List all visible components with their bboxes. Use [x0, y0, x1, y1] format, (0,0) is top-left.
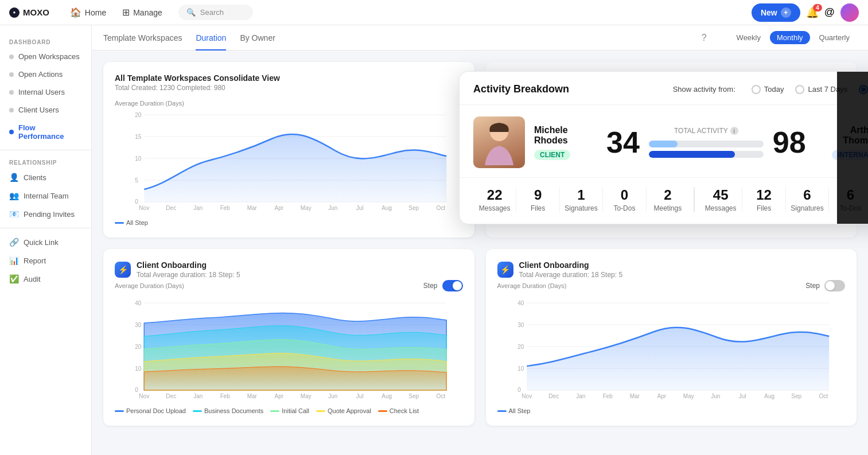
relationship-section-label: RELATIONSHIP [0, 155, 91, 168]
svg-text:Dec: Dec [548, 393, 559, 399]
progress-bar-internal [649, 151, 764, 158]
step-label: Step [423, 282, 438, 290]
svg-text:Nov: Nov [139, 393, 149, 399]
manage-link[interactable]: ⊞ Manage [115, 3, 169, 21]
dark-overlay [837, 72, 868, 224]
stat-label-files-left: Files [516, 204, 559, 212]
progress-fill-internal [649, 151, 735, 158]
legend-all-step: All Step [115, 219, 148, 226]
pending-invites-icon: 📧 [9, 209, 19, 219]
new-button[interactable]: New + [752, 3, 800, 22]
svg-text:Aug: Aug [764, 393, 774, 399]
card-subtitle: Total Created: 1230 Completed: 980 [115, 84, 463, 92]
tab-by-owner[interactable]: By Owner [240, 25, 275, 50]
person-right-count: 98 [773, 127, 806, 157]
onboarding-right-legend: All Step [497, 407, 846, 414]
person-left-info: Michele Rhodes CLIENT [534, 125, 597, 160]
sidebar-item-quick-link[interactable]: 🔗 Quick Link [0, 233, 91, 251]
sidebar-item-pending-invites[interactable]: 📧 Pending Invites [0, 205, 91, 223]
stats-container: 22 Messages 9 Files 1 Signatures 0 To-Do… [460, 177, 868, 212]
radio-circle-today [752, 85, 761, 94]
tab-duration[interactable]: Duration [196, 25, 226, 50]
svg-text:Jul: Jul [738, 393, 746, 399]
svg-text:Jun: Jun [711, 393, 720, 399]
person-left-badge: CLIENT [534, 150, 570, 160]
monthly-filter-button[interactable]: Monthly [770, 31, 810, 44]
stat-files-right: 12 Files [742, 187, 785, 212]
notification-badge: 4 [813, 4, 822, 11]
legend-quote: Quote Approval [316, 407, 371, 414]
quarterly-filter-button[interactable]: Quarterly [812, 31, 857, 44]
onboarding-left-legend: Personal Doc Upload Business Documents I… [115, 407, 463, 414]
person-left-name: Michele Rhodes [534, 125, 597, 146]
svg-text:Sep: Sep [408, 205, 419, 211]
user-avatar[interactable] [840, 3, 859, 22]
svg-text:Aug: Aug [382, 205, 392, 211]
stat-signatures-left: 1 Signatures [559, 187, 602, 212]
stat-signatures-right: 6 Signatures [785, 187, 828, 212]
mention-button[interactable]: @ [824, 6, 835, 18]
home-link[interactable]: 🏠 Home [63, 3, 113, 21]
legend-color [115, 222, 124, 224]
svg-text:5: 5 [135, 177, 138, 184]
onboarding-right-chart-container: 40 30 20 10 0 [497, 297, 846, 403]
stat-todos-left: 0 To-Dos [602, 187, 645, 212]
radio-today[interactable]: Today [752, 85, 784, 94]
svg-text:Jul: Jul [356, 205, 364, 211]
svg-text:Jan: Jan [193, 205, 203, 211]
sidebar-item-flow-performance[interactable]: Flow Performance [0, 119, 91, 145]
sidebar-item-report[interactable]: 📊 Report [0, 251, 91, 270]
search-icon: 🔍 [186, 8, 196, 17]
activity-breakdown-title: Activity Breakdown [473, 83, 569, 95]
sidebar-logo-bottom: ● MOXO [0, 440, 92, 446]
main-content: Template Workspaces Duration By Owner ? … [92, 25, 868, 455]
stat-messages-right: 45 Messages [699, 187, 742, 212]
sidebar-item-internal-team[interactable]: 👥 Internal Team [0, 186, 91, 205]
person-left-count: 34 [606, 127, 640, 157]
sidebar-item-audit[interactable]: ✅ Audit [0, 270, 91, 288]
sidebar-item-client-users[interactable]: Client Users [0, 101, 91, 119]
stat-value-signatures-left: 1 [560, 187, 602, 203]
card-header-row-right: ⚡ Client Onboarding Total Average durati… [497, 260, 846, 279]
all-workspaces-card: All Template Workspaces Consolidate View… [103, 62, 474, 238]
step-toggle[interactable] [442, 280, 463, 291]
step-toggle-right[interactable] [824, 280, 845, 291]
svg-text:Oct: Oct [436, 205, 445, 211]
app-logo[interactable]: ● MOXO [9, 7, 49, 18]
svg-text:Apr: Apr [274, 205, 283, 211]
svg-text:Aug: Aug [382, 393, 392, 399]
stat-label-todos-left: To-Dos [603, 204, 645, 212]
tab-template-workspaces[interactable]: Template Workspaces [103, 25, 182, 50]
sidebar-item-internal-users[interactable]: Internal Users [0, 83, 91, 101]
svg-text:Oct: Oct [436, 393, 445, 399]
svg-text:Sep: Sep [408, 393, 419, 399]
notification-button[interactable]: 🔔 4 [806, 6, 819, 19]
legend-all-step-right: All Step [497, 407, 531, 414]
svg-text:Jun: Jun [328, 205, 337, 211]
stat-label-messages-right: Messages [699, 204, 742, 212]
svg-text:0: 0 [135, 387, 138, 393]
y-axis-label: Average Duration (Days) [115, 282, 184, 289]
sidebar-item-clients[interactable]: 👤 Clients [0, 168, 91, 186]
main-chart-legend: All Step [115, 219, 463, 226]
sidebar-dot [9, 108, 14, 112]
manage-icon: ⊞ [122, 7, 130, 18]
search-bar[interactable]: 🔍 Search [178, 5, 253, 20]
person-compare-row: Michele Rhodes CLIENT 34 TOTAL ACTIVITY … [460, 105, 868, 177]
legend-color-2 [193, 410, 202, 412]
stat-label-signatures-left: Signatures [560, 204, 602, 212]
person-left-silhouette [482, 119, 516, 165]
weekly-filter-button[interactable]: Weekly [730, 31, 768, 44]
svg-text:15: 15 [135, 134, 142, 140]
legend-business-docs: Business Documents [193, 407, 263, 414]
sidebar-item-open-actions[interactable]: Open Actions [0, 65, 91, 83]
svg-text:Nov: Nov [521, 393, 532, 399]
onboarding-left-chart-svg: 40 30 20 10 0 [115, 297, 463, 400]
svg-text:Sep: Sep [791, 393, 801, 399]
svg-text:Mar: Mar [247, 205, 258, 211]
card-icon-right: ⚡ [497, 262, 513, 278]
quick-link-icon: 🔗 [9, 238, 19, 247]
person-left-avatar [473, 116, 525, 168]
sidebar-item-open-workspaces[interactable]: Open Workspaces [0, 48, 91, 65]
help-icon[interactable]: ? [702, 33, 707, 43]
